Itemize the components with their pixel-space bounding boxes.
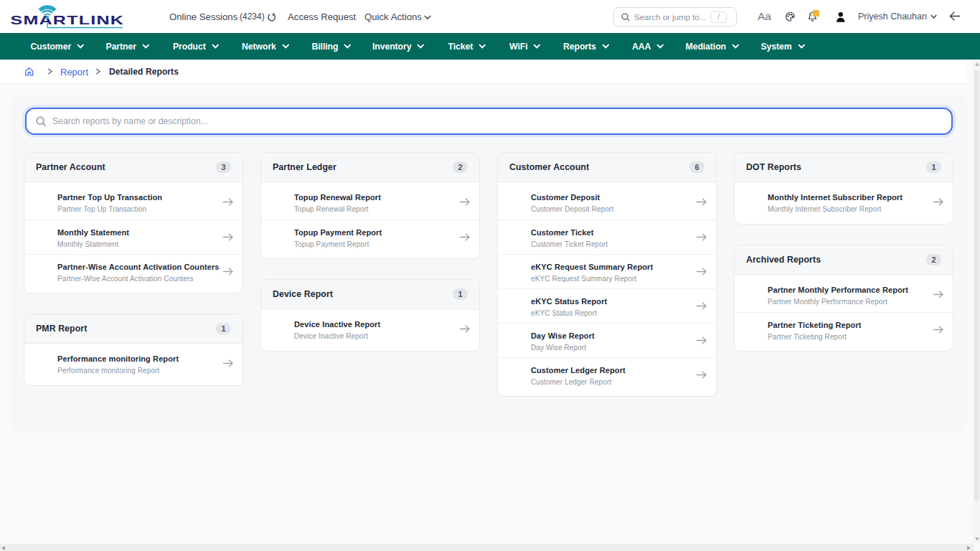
svg-text:SMARTLINK: SMARTLINK: [11, 14, 125, 27]
